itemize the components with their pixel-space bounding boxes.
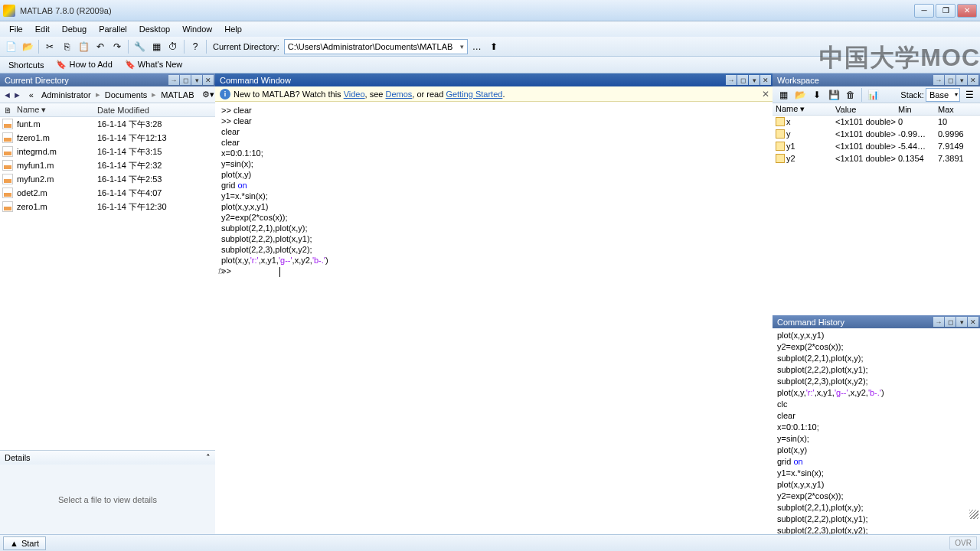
workspace-list[interactable]: Name ▾ Value Min Max x<1x101 double>010y… xyxy=(773,103,980,315)
matlab-start-button[interactable]: ▲ Start xyxy=(3,536,46,550)
history-line[interactable]: plot(x,y,x,y1) xyxy=(777,330,975,341)
history-line[interactable]: subplot(2,2,3),plot(x,y2); xyxy=(777,376,975,387)
back-icon[interactable]: ◄ xyxy=(3,88,11,102)
cut-icon[interactable]: ✂ xyxy=(42,39,57,54)
command-window-body[interactable]: >> clear>> clearclearclearx=0:0.1:10;y=s… xyxy=(215,102,773,534)
file-list[interactable]: 🗎 Name ▾ Date Modified funt.m16-1-14 下午3… xyxy=(0,103,215,450)
info-link-demos[interactable]: Demos xyxy=(386,90,413,99)
cw-undock-icon[interactable]: → xyxy=(726,75,737,85)
profiler-icon[interactable]: ⏱ xyxy=(165,39,181,54)
file-row[interactable]: myfun2.m16-1-14 下午2:53 xyxy=(0,172,215,186)
history-line[interactable]: clc xyxy=(777,399,975,410)
copy-icon[interactable]: ⎘ xyxy=(59,39,74,54)
curdir-combo[interactable]: C:\Users\Administrator\Documents\MATLAB xyxy=(284,39,468,54)
redo-icon[interactable]: ↷ xyxy=(109,39,125,54)
workspace-row[interactable]: y<1x101 double>-0.99…0.9996 xyxy=(773,128,980,140)
ws-undock-icon[interactable]: → xyxy=(933,75,944,85)
ws-close-icon[interactable]: ✕ xyxy=(968,75,978,85)
up-folder-icon[interactable]: ⬆ xyxy=(486,39,501,54)
import-icon[interactable]: ⬇ xyxy=(809,87,825,103)
undo-icon[interactable]: ↶ xyxy=(93,39,108,54)
ws-menu-icon[interactable]: ▾ xyxy=(956,75,967,85)
gear-icon[interactable]: ⚙▾ xyxy=(199,90,217,99)
hist-menu-icon[interactable]: ▾ xyxy=(956,317,967,327)
open-var-icon[interactable]: 📂 xyxy=(792,87,808,103)
ws-max-icon[interactable]: ◻ xyxy=(945,75,956,85)
history-line[interactable]: subplot(2,2,1),plot(x,y); xyxy=(777,353,975,364)
panel-undock-icon[interactable]: → xyxy=(168,75,179,85)
history-line[interactable]: grid on xyxy=(777,456,975,468)
menu-help[interactable]: Help xyxy=(218,23,248,35)
workspace-row[interactable]: y1<1x101 double>-5.44…7.9149 xyxy=(773,140,980,152)
history-line[interactable]: plot(x,y) xyxy=(777,445,975,456)
menu-window[interactable]: Window xyxy=(176,23,218,35)
hist-close-icon[interactable]: ✕ xyxy=(968,317,978,327)
menu-edit[interactable]: Edit xyxy=(29,23,56,35)
file-row[interactable]: funt.m16-1-14 下午3:28 xyxy=(0,117,215,131)
crumb-admin[interactable]: Administrator xyxy=(38,90,94,99)
file-row[interactable]: integrnd.m16-1-14 下午3:15 xyxy=(0,145,215,158)
file-row[interactable]: zero1.m16-1-14 下午12:30 xyxy=(0,200,215,214)
ws-col-name[interactable]: Name ▾ xyxy=(773,104,835,114)
panel-close-icon[interactable]: ✕ xyxy=(203,75,214,85)
paste-icon[interactable]: 📋 xyxy=(76,39,91,54)
close-button[interactable]: ✕ xyxy=(957,4,977,18)
ws-col-value[interactable]: Value xyxy=(835,105,898,114)
stack-combo[interactable]: Base xyxy=(926,88,960,102)
minimize-button[interactable]: ─ xyxy=(914,4,934,18)
history-line[interactable]: subplot(2,2,2),plot(x,y1); xyxy=(777,364,975,376)
save-ws-icon[interactable]: 💾 xyxy=(826,87,841,103)
open-icon[interactable]: 📂 xyxy=(20,39,35,54)
ws-col-min[interactable]: Min xyxy=(898,105,938,114)
history-line[interactable]: y2=exp(2*cos(x)); xyxy=(777,341,975,353)
resize-grip-icon[interactable] xyxy=(969,510,978,519)
history-line[interactable]: x=0:0.1:10; xyxy=(777,422,975,433)
history-line[interactable]: plot(x,y,x,y1) xyxy=(777,479,975,491)
panel-pin-icon[interactable]: ◻ xyxy=(180,75,191,85)
info-link-getting-started[interactable]: Getting Started xyxy=(446,90,502,99)
new-var-icon[interactable]: ▦ xyxy=(776,87,791,103)
ws-col-max[interactable]: Max xyxy=(938,105,976,114)
history-line[interactable]: y2=exp(2*cos(x)); xyxy=(777,491,975,502)
col-date-header[interactable]: Date Modified xyxy=(96,106,215,115)
info-link-video[interactable]: Video xyxy=(344,90,365,99)
history-line[interactable]: subplot(2,2,2),plot(x,y1); xyxy=(777,514,975,525)
cw-max-icon[interactable]: ◻ xyxy=(737,75,748,85)
fx-icon[interactable]: fx xyxy=(218,266,225,276)
maximize-button[interactable]: ❐ xyxy=(936,4,956,18)
history-line[interactable]: y=sin(x); xyxy=(777,433,975,445)
menu-desktop[interactable]: Desktop xyxy=(133,23,176,35)
info-close-icon[interactable]: ✕ xyxy=(762,89,769,99)
plot-icon[interactable]: 📊 xyxy=(865,87,880,103)
file-row[interactable]: fzero1.m16-1-14 下午12:13 xyxy=(0,131,215,145)
cw-close-icon[interactable]: ✕ xyxy=(760,75,771,85)
hist-undock-icon[interactable]: → xyxy=(933,317,944,327)
history-line[interactable]: subplot(2,2,3),plot(x,y2); xyxy=(777,525,975,534)
history-line[interactable]: y1=x.*sin(x); xyxy=(777,468,975,479)
clear-ws-icon[interactable]: 🗑 xyxy=(843,87,858,103)
browse-folder-icon[interactable]: … xyxy=(469,39,485,54)
col-name-header[interactable]: Name ▾ xyxy=(15,105,96,115)
hist-max-icon[interactable]: ◻ xyxy=(945,317,956,327)
menu-parallel[interactable]: Parallel xyxy=(93,23,133,35)
menu-debug[interactable]: Debug xyxy=(56,23,93,35)
simulink-icon[interactable]: 🔧 xyxy=(132,39,147,54)
guide-icon[interactable]: ▦ xyxy=(149,39,164,54)
crumb-overflow[interactable]: « xyxy=(26,90,37,99)
history-line[interactable]: subplot(2,2,1),plot(x,y); xyxy=(777,502,975,514)
shortcut-howto[interactable]: 🔖 How to Add xyxy=(51,57,117,72)
crumb-documents[interactable]: Documents xyxy=(102,90,151,99)
cw-menu-icon[interactable]: ▾ xyxy=(749,75,760,85)
shortcut-whatsnew[interactable]: 🔖 What's New xyxy=(119,57,188,72)
crumb-matlab[interactable]: MATLAB xyxy=(158,90,197,99)
select-plot-icon[interactable]: ☰ xyxy=(962,87,977,103)
history-line[interactable]: clear xyxy=(777,410,975,422)
history-body[interactable]: plot(x,y,x,y1)y2=exp(2*cos(x));subplot(2… xyxy=(773,328,980,534)
workspace-row[interactable]: x<1x101 double>010 xyxy=(773,116,980,128)
panel-menu-icon[interactable]: ▾ xyxy=(191,75,202,85)
new-icon[interactable]: 📄 xyxy=(3,39,18,54)
forward-icon[interactable]: ► xyxy=(13,88,21,102)
help-icon[interactable]: ? xyxy=(188,39,203,54)
menu-file[interactable]: File xyxy=(3,23,29,35)
file-row[interactable]: odet2.m16-1-14 下午4:07 xyxy=(0,186,215,200)
